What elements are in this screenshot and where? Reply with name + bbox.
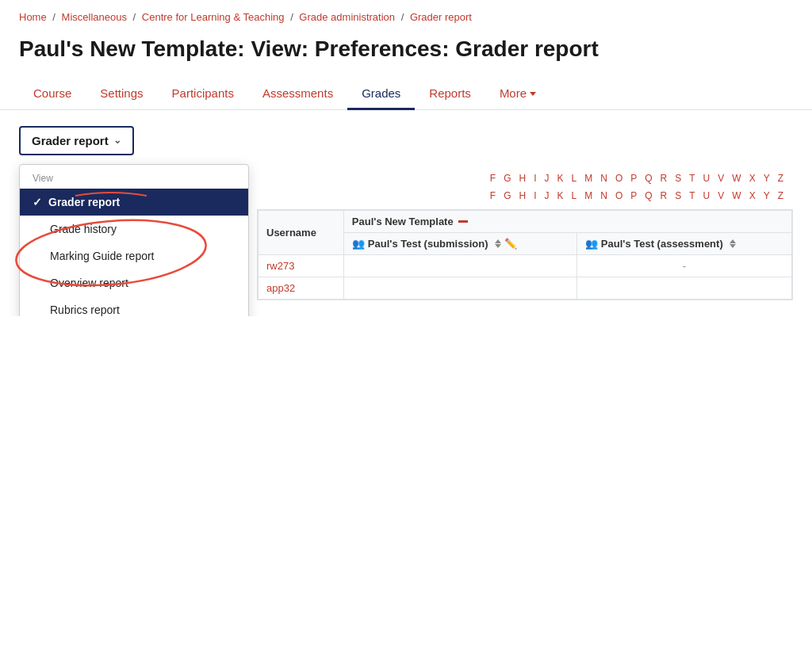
persons-icon-assessment: 👥 [585,238,598,250]
tab-course[interactable]: Course [19,77,86,109]
dropdown-item-grade-history[interactable]: Grade history [20,216,248,242]
content-area: Grader report ⌄ View ✓ Grader report Gra… [0,110,812,316]
alpha-row-1: F G H I J K L M N O P Q R S T U V W X Y [257,171,793,185]
alpha-Y-2[interactable]: Y [760,189,773,203]
alpha-K-2[interactable]: K [554,189,567,203]
alpha-O-2[interactable]: O [612,189,626,203]
alpha-Z-2[interactable]: Z [775,189,787,203]
th-submission: 👥 Paul's Test (submission) ✏️ [343,232,576,254]
alpha-M-1[interactable]: M [581,171,596,185]
tab-reports[interactable]: Reports [415,77,485,109]
tab-grades[interactable]: Grades [347,77,415,109]
alpha-S-2[interactable]: S [672,189,684,203]
alpha-F-1[interactable]: F [487,171,499,185]
alpha-X-2[interactable]: X [746,189,759,203]
table-row: rw273 - [259,254,792,277]
tab-participants[interactable]: Participants [158,77,248,109]
nav-tabs: Course Settings Participants Assessments… [0,77,812,110]
alpha-P-2[interactable]: P [627,189,640,203]
persons-icon-submission: 👥 [352,238,365,250]
dropdown-item-marking-guide-label: Marking Guide report [50,250,155,262]
tab-more[interactable]: More [485,77,550,109]
dropdown-item-rubrics-report[interactable]: Rubrics report [20,296,248,316]
sort-arrows-submission[interactable] [495,239,501,248]
assessment-cell-1: - [576,254,791,277]
alpha-W-1[interactable]: W [729,171,744,185]
breadcrumb: Home / Miscellaneous / Centre for Learni… [0,0,812,29]
breadcrumb-home[interactable]: Home [19,11,47,23]
grade-table-wrapper: Username Paul's New Template [257,209,793,300]
checkmark-icon: ✓ [33,196,42,208]
alpha-O-1[interactable]: O [612,171,626,185]
alpha-S-1[interactable]: S [672,171,684,185]
alpha-Y-1[interactable]: Y [760,171,773,185]
alpha-V-2[interactable]: V [714,189,727,203]
alpha-X-1[interactable]: X [746,171,759,185]
grade-table: Username Paul's New Template [258,210,792,300]
alpha-F-2[interactable]: F [487,189,499,203]
template-name: Paul's New Template [352,216,454,227]
breadcrumb-grade-admin[interactable]: Grade administration [299,11,395,23]
alpha-H-2[interactable]: H [515,189,529,203]
dropdown-arrow-icon: ⌄ [113,135,121,146]
th-assessment: 👥 Paul's Test (assessment) [576,232,791,254]
alpha-T-2[interactable]: T [686,189,698,203]
alpha-V-1[interactable]: V [714,171,727,185]
alpha-U-2[interactable]: U [700,189,714,203]
alpha-N-1[interactable]: N [597,171,611,185]
red-dash-icon [458,220,468,223]
th-username: Username [259,210,344,254]
alpha-K-1[interactable]: K [554,171,567,185]
alpha-Z-1[interactable]: Z [775,171,787,185]
username-cell-1[interactable]: rw273 [259,254,344,277]
alpha-R-1[interactable]: R [657,171,671,185]
alpha-N-2[interactable]: N [597,189,611,203]
alpha-U-1[interactable]: U [700,171,714,185]
alpha-W-2[interactable]: W [729,189,744,203]
alpha-J-2[interactable]: J [542,189,553,203]
alpha-J-1[interactable]: J [542,171,553,185]
tab-assessments[interactable]: Assessments [248,77,347,109]
chevron-down-icon [530,92,536,96]
th-template: Paul's New Template [343,210,791,232]
submission-cell-1 [343,254,576,277]
breadcrumb-grader-report[interactable]: Grader report [410,11,472,23]
alpha-R-2[interactable]: R [657,189,671,203]
dropdown-item-grader-report[interactable]: ✓ Grader report [20,189,248,216]
alpha-H-1[interactable]: H [515,171,529,185]
breadcrumb-sep-2: / [133,11,139,23]
alpha-I-2[interactable]: I [530,189,539,203]
dropdown-item-rubrics-label: Rubrics report [50,304,120,316]
alpha-Q-1[interactable]: Q [642,171,655,185]
grader-report-dropdown-button[interactable]: Grader report ⌄ [19,126,134,155]
alpha-G-1[interactable]: G [500,171,514,185]
tab-settings[interactable]: Settings [86,77,157,109]
dropdown-item-grader-report-label: Grader report [48,196,120,208]
sort-arrows-assessment[interactable] [730,239,736,248]
dropdown-item-grade-history-label: Grade history [50,223,117,235]
submission-cell-2 [343,277,576,299]
page-title: Paul's New Template: View: Preferences: … [0,29,812,77]
table-row: app32 [259,277,792,299]
alpha-L-2[interactable]: L [569,189,580,203]
alpha-T-1[interactable]: T [686,171,698,185]
alpha-M-2[interactable]: M [581,189,596,203]
alpha-I-1[interactable]: I [530,171,539,185]
breadcrumb-centre[interactable]: Centre for Learning & Teaching [142,11,285,23]
dropdown-menu: View ✓ Grader report Grade history Marki… [19,164,249,316]
page-wrapper: Home / Miscellaneous / Centre for Learni… [0,0,812,316]
edit-icon-submission[interactable]: ✏️ [504,238,517,250]
breadcrumb-misc[interactable]: Miscellaneous [62,11,127,23]
username-cell-2[interactable]: app32 [259,277,344,299]
dropdown-button-label: Grader report [32,134,109,147]
sort-up-icon-2 [730,239,736,243]
alpha-L-1[interactable]: L [569,171,580,185]
alpha-G-2[interactable]: G [500,189,514,203]
alpha-P-1[interactable]: P [627,171,640,185]
breadcrumb-sep-4: / [401,11,407,23]
alpha-Q-2[interactable]: Q [642,189,655,203]
dropdown-item-overview-report[interactable]: Overview report [20,269,248,296]
dropdown-item-overview-label: Overview report [50,277,128,289]
dropdown-item-marking-guide[interactable]: Marking Guide report [20,242,248,269]
alpha-row-2: F G H I J K L M N O P Q R S T U V W X Y [257,189,793,203]
